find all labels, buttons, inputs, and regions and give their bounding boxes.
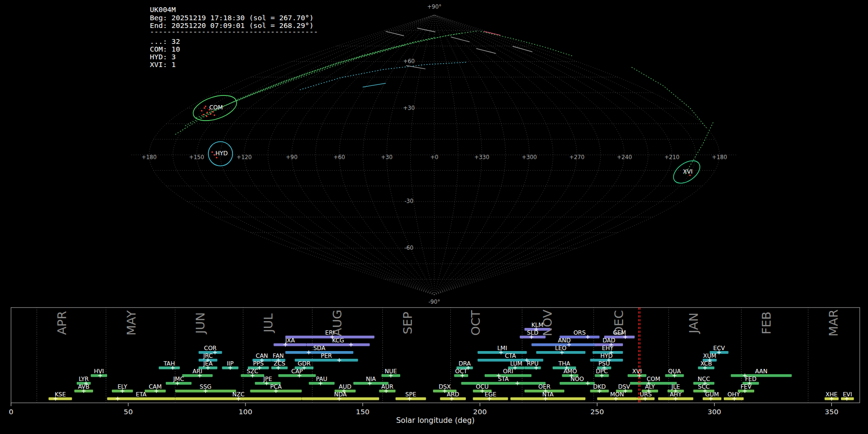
radiant-track (684, 122, 713, 176)
shower-label-CAM: CAM (149, 383, 162, 390)
meteor-dot (204, 108, 205, 109)
shower-label-EVI: EVI (843, 391, 852, 398)
lon-label: +150 (189, 154, 204, 161)
shower-label-AHY: AHY (670, 391, 682, 398)
month-label: JUL (261, 313, 275, 334)
shower-label-NZC: NZC (232, 391, 245, 398)
shower-label-DKD: DKD (593, 383, 606, 390)
lon-label: +210 (665, 154, 679, 161)
radiant-track (632, 67, 706, 128)
pole-label-top: +90° (427, 3, 442, 10)
shower-label-NTA: NTA (542, 391, 554, 398)
shower-label-ORS: ORS (573, 329, 585, 336)
lon-label: +180 (712, 154, 727, 161)
shower-label-SZC: SZC (247, 368, 258, 375)
shower-label-JPE: JPE (263, 376, 272, 382)
shower-label-EHY: EHY (602, 345, 614, 352)
tick-label: 300 (707, 407, 721, 416)
shower-label-MON: MON (610, 391, 624, 398)
shower-label-SDA: SDA (313, 345, 326, 352)
shower-label-NOO: NOO (570, 376, 584, 382)
lon-label: +120 (237, 154, 252, 161)
lon-label: +300 (522, 154, 537, 161)
shower-label-JXA: JXA (285, 337, 295, 344)
shower-label-RPU: RPU (527, 360, 538, 367)
lon-label: +90 (286, 154, 298, 161)
shower-label-AVB: AVB (78, 383, 90, 390)
shower-label-JMC: JMC (173, 376, 184, 382)
meridian-line (434, 15, 649, 295)
shower-label-URS: URS (640, 391, 652, 398)
tick-label: 100 (239, 407, 252, 416)
station-id: UK004M (150, 5, 176, 14)
shower-label-ORI: ORI (503, 368, 513, 375)
shower-label-THA: THA (558, 360, 570, 367)
shower-bar-TAH (159, 366, 180, 369)
shower-bar-JXA (273, 343, 306, 346)
radiant-track (406, 66, 425, 69)
radiant-track (211, 45, 406, 111)
shower-label-ERI: ERI (325, 329, 334, 336)
shower-label-ARI: ARI (192, 368, 202, 375)
radiant-track (196, 38, 434, 118)
radiant-track (484, 31, 500, 35)
shower-bar-XVI (628, 374, 647, 377)
shower-label-LUM: LUM (510, 360, 522, 367)
shower-label-ETA: ETA (136, 391, 147, 398)
shower-label-ECV: ECV (713, 345, 725, 352)
shower-label-OER: OER (538, 383, 550, 390)
lat-label: -60 (405, 244, 414, 251)
shower-label-AUR: AUR (381, 383, 393, 390)
shower-bar-KSE (49, 397, 72, 400)
shower-bar-STA (461, 382, 545, 385)
lon-label: +240 (617, 154, 632, 161)
shower-label-GUM: GUM (705, 391, 719, 398)
shower-label-JEA: JEA (203, 360, 213, 367)
month-label: SEP (401, 312, 415, 334)
begin-time: Beg: 20251219 17:18:30 (sol = 267.70°) (150, 14, 314, 22)
lon-label: +60 (333, 154, 345, 161)
shower-label-EGE: EGE (485, 391, 496, 398)
shower-label-PER: PER (321, 353, 332, 359)
radiant-label-COM: COM (209, 104, 223, 111)
shower-label-PAU: PAU (316, 376, 327, 382)
shower-label-AUD: AUD (339, 383, 352, 390)
chart-border (11, 308, 860, 403)
radiant-track (175, 31, 478, 135)
shower-label-HYD: HYD (600, 353, 613, 359)
shower-bar-ERI (285, 336, 375, 339)
shower-label-NIA: NIA (366, 376, 377, 382)
shower-bar-ARI (182, 374, 213, 377)
shower-label-LMI: LMI (497, 345, 507, 352)
tick-label: 200 (473, 407, 487, 416)
shower-label-ARD: ARD (447, 391, 459, 398)
shower-label-SSG: SSG (200, 383, 212, 390)
meteor-dot (212, 151, 213, 153)
separator-line: --------------------------------------- (150, 27, 318, 36)
shower-label-DRA: DRA (459, 360, 471, 367)
shower-label-LYR: LYR (79, 376, 89, 382)
shower-label-AAN: AAN (755, 368, 768, 375)
shower-label-FED: FED (745, 376, 757, 382)
shower-label-NDA: NDA (334, 391, 347, 398)
shower-label-NUE: NUE (385, 368, 397, 375)
shower-label-PPS: PPS (253, 360, 264, 367)
shower-label-OCT: OCT (455, 368, 468, 375)
meteor-dot (205, 106, 206, 107)
radiant-plot: +180+150+120+90+60+30+0+330+300+270+240+… (0, 0, 868, 434)
shower-label-SPE: SPE (406, 391, 416, 398)
shower-bar-SDA (285, 351, 353, 354)
shower-label-JLE: JLE (671, 383, 680, 390)
meridian-line (220, 15, 434, 295)
tick-label: 50 (124, 407, 133, 416)
shower-label-QUA: QUA (668, 368, 681, 375)
lon-label: +30 (381, 154, 393, 161)
lat-label: +60 (403, 58, 415, 65)
meteor-dot (214, 154, 215, 156)
shower-label-FAN: FAN (273, 353, 284, 359)
shower-label-COR: COR (204, 345, 217, 352)
shower-label-IIP: IIP (227, 360, 233, 367)
radiant-label-XVI: XVI (683, 168, 692, 175)
meteor-dot (216, 157, 217, 158)
radiant-track (481, 31, 573, 56)
